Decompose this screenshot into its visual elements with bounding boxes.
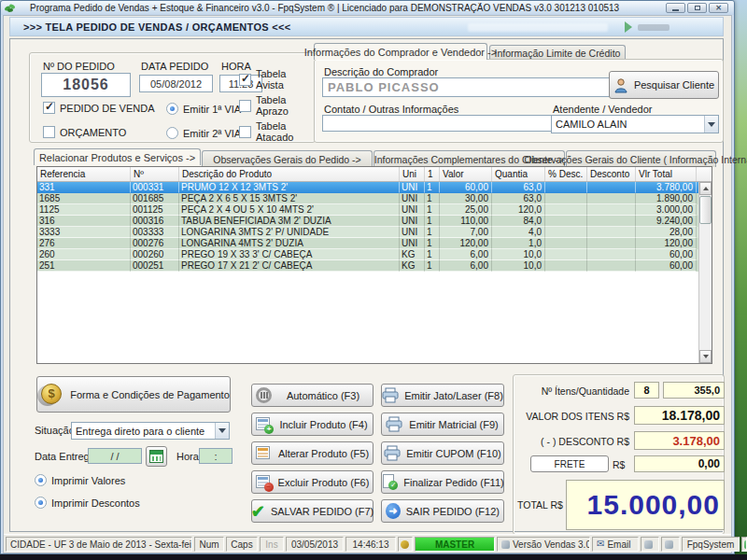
desconto-label: ( - ) DESCONTO R$ — [514, 436, 629, 447]
table-row[interactable]: 276000276LONGARINA 4MTS 2' DÚZIAUNI1120,… — [37, 238, 698, 249]
column-header[interactable]: Referencia — [37, 167, 131, 181]
alterar-produto-button[interactable]: Alterar Produto (F5) — [251, 441, 374, 465]
table-cell: 000260 — [131, 249, 179, 260]
tab-limite-credito[interactable]: Informação Limite de Crédito — [489, 45, 626, 60]
edit-row-icon — [256, 445, 273, 461]
data-entrega-field[interactable]: / / — [88, 448, 142, 464]
status-email[interactable]: ✉Email — [592, 537, 639, 552]
emitir-cupom-button[interactable]: Emitir CUPOM (F10) — [381, 441, 504, 465]
app-icon — [4, 3, 17, 14]
ghost-arrow-icon — [625, 21, 632, 33]
table-row[interactable]: 1685001685PEÇA 2 X 6 5 X 15 3MTS 2'UNI13… — [37, 193, 698, 204]
table-row[interactable]: 3333003333LONGARINA 3MTS 2' P/ UNIDADEUN… — [37, 227, 698, 238]
emitir-1via-radio[interactable]: Emitir 1ª VIA — [166, 103, 241, 115]
minimize-icon[interactable] — [666, 3, 685, 13]
scroll-down-icon[interactable] — [699, 350, 712, 363]
restore-icon[interactable] — [687, 3, 707, 13]
table-cell: LONGARINA 3MTS 2' P/ UNIDADE — [179, 227, 400, 238]
title-bar: Programa Pedido de Vendas + Estoque & Fi… — [1, 1, 734, 15]
table-row[interactable]: 316000316TABUA BENEFICIADA 3M 2' DUZIAUN… — [37, 216, 698, 227]
imprimir-descontos-radio[interactable]: Imprimir Descontos — [35, 497, 140, 509]
windows-taskbar[interactable] — [0, 554, 747, 560]
table-cell: UNI — [400, 227, 425, 238]
sair-pedido-button[interactable]: ➜ SAIR PEDIDO (F12) — [381, 499, 504, 523]
incluir-produto-button[interactable]: + Incluir Produto (F4) — [251, 413, 374, 436]
table-cell: 120,00 — [440, 238, 492, 249]
column-header[interactable]: % Desc. — [545, 167, 587, 181]
scrollbar-thumb[interactable] — [699, 196, 712, 224]
itens-count: 8 — [634, 382, 659, 399]
situacao-dropdown[interactable]: Entrega direto para o cliente — [71, 422, 230, 440]
table-cell — [545, 216, 587, 227]
table-scrollbar[interactable] — [698, 182, 712, 363]
table-header: ReferenciaNºDescrição do ProdutoUni1Valo… — [37, 167, 712, 182]
column-header[interactable]: Vlr Total — [636, 167, 697, 181]
printer-icon — [384, 445, 401, 461]
emitir-2via-radio[interactable]: Emitir 2ª VIA — [166, 127, 241, 139]
calendar-button[interactable] — [146, 446, 167, 467]
tabela-aprazo-checkbox[interactable]: ✓ Tabela Aprazo — [239, 94, 315, 117]
column-header[interactable]: Nº — [131, 167, 179, 181]
orcamento-checkbox[interactable]: ✓ ORÇAMENTO — [43, 126, 126, 138]
column-header[interactable]: Uni — [400, 167, 425, 181]
column-header[interactable]: Descrição do Produto — [179, 167, 400, 181]
table-cell: PREGO 19 X 33 3' C/ CABEÇA — [179, 249, 400, 260]
pedido-venda-checkbox[interactable]: ✓ PEDIDO DE VENDA — [43, 102, 154, 114]
tab-observacoes-pedido[interactable]: Observações Gerais do Pedido -> — [202, 150, 373, 167]
client-area: >>> TELA PEDIDO DE VENDAS / ORÇAMENTOS <… — [3, 15, 732, 553]
table-cell: 6,00 — [440, 249, 492, 260]
table-row[interactable]: 331000331PRUMO 12 X 12 3MTS 2'UNI160,006… — [37, 182, 698, 193]
printer-icon — [382, 387, 399, 403]
pagamento-button[interactable]: $ Forma e Condições de Pagamento — [36, 376, 231, 413]
column-header[interactable]: Desconto — [587, 167, 636, 181]
salvar-pedido-button[interactable]: ✔ SALVAR PEDIDO (F7) — [251, 499, 374, 523]
tabela-atacado-checkbox[interactable]: ✓ Tabela Atacado — [239, 120, 315, 143]
order-date-field[interactable]: 05/08/2012 — [139, 75, 213, 92]
pesquisar-cliente-button[interactable]: Pesquisar Cliente — [609, 71, 719, 99]
column-header[interactable]: 1 — [425, 167, 440, 181]
frete-button[interactable]: FRETE — [530, 455, 609, 472]
screen-header: >>> TELA PEDIDO DE VENDAS / ORÇAMENTOS <… — [9, 17, 724, 36]
valor-itens-value: 18.178,00 — [634, 406, 725, 425]
table-cell — [545, 193, 587, 204]
person-icon — [613, 77, 628, 93]
excluir-produto-button[interactable]: − Excluir Produto (F6) — [251, 470, 374, 494]
printer-icon — [386, 416, 402, 432]
close-icon[interactable]: ✕ — [709, 3, 728, 13]
status-icon-panel-3 — [741, 537, 747, 552]
order-group: Nº DO PEDIDO 18056 DATA PEDIDO 05/08/201… — [29, 52, 316, 143]
scroll-up-icon[interactable] — [699, 182, 712, 195]
total-label: TOTAL R$ — [517, 499, 562, 511]
table-row[interactable]: 1125001125PEÇA 2 X 4 OU 5 X 10 4MTS 2'UN… — [37, 204, 698, 216]
table-cell: 1 — [425, 260, 440, 272]
checkbox-icon: ✓ — [239, 100, 251, 112]
emitir-jato-laser-button[interactable]: Emitir Jato/Laser (F8) — [381, 384, 504, 407]
table-cell: 84,0 — [492, 216, 545, 227]
column-header[interactable]: Valor — [440, 167, 492, 181]
finalizar-pedido-button[interactable]: ✓ Finalizar Pedido (F11) — [381, 470, 504, 494]
order-number-field[interactable]: 18056 — [41, 73, 131, 97]
table-cell — [587, 238, 636, 249]
radio-icon — [35, 497, 47, 509]
table-cell: 251 — [37, 260, 131, 272]
table-row[interactable]: 260000260PREGO 19 X 33 3' C/ CABEÇAKG16,… — [37, 249, 698, 260]
desktop: Programa Pedido de Vendas + Estoque & Fi… — [0, 0, 747, 560]
ghost-toolbar — [468, 23, 608, 32]
table-cell: 60,00 — [440, 182, 492, 193]
imprimir-valores-radio[interactable]: Imprimir Valores — [35, 474, 125, 486]
tabela-avista-checkbox[interactable]: ✓ Tabela Avista — [239, 68, 315, 91]
table-row[interactable]: 251000251PREGO 17 X 21 2' C/ CABEÇAKG16,… — [37, 260, 698, 272]
hora-entrega-field[interactable]: : — [199, 448, 233, 464]
table-cell: 3.000,00 — [636, 204, 697, 216]
atendente-dropdown[interactable]: CAMILO ALAIN — [551, 115, 719, 133]
emitir-matricial-button[interactable]: Emitir Matricial (F9) — [381, 413, 504, 436]
table-cell — [545, 249, 587, 260]
tab-observacoes-cliente[interactable]: Observações Gerais do Cliente ( Informaç… — [566, 150, 716, 167]
table-cell: TABUA BENEFICIADA 3M 2' DUZIA — [179, 216, 400, 227]
tab-relacionar-produtos[interactable]: Relacionar Produtos e Serviços -> — [34, 148, 201, 165]
table-cell — [587, 227, 636, 238]
automatico-button[interactable]: Automático (F3) — [251, 384, 374, 407]
column-header[interactable]: Quantia — [492, 167, 545, 181]
tab-comprador-vendedor[interactable]: Informações do Comprador e Vendedor -> — [314, 43, 487, 60]
table-cell: 1 — [425, 238, 440, 249]
